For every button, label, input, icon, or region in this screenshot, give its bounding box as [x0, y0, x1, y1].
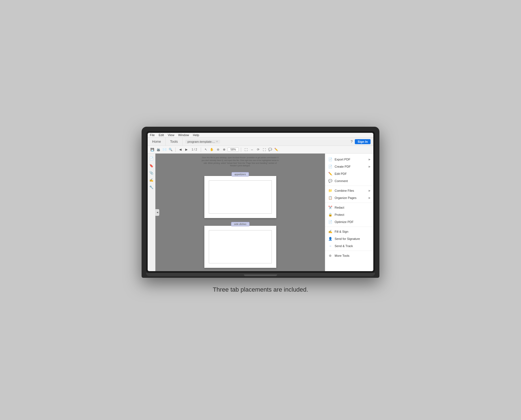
menu-window[interactable]: Window — [178, 133, 189, 137]
edit-pdf-label: Edit PDF — [335, 172, 371, 175]
tool-save-icon[interactable]: 💾 — [150, 147, 155, 152]
redact-icon: ✂️ — [328, 205, 332, 210]
tool-fit-page-icon[interactable]: ⛶ — [243, 147, 248, 152]
panel-redact[interactable]: ✂️ Redact — [325, 204, 373, 211]
toolbar-separator-1 — [175, 147, 176, 152]
toolbar-separator-2 — [201, 147, 201, 152]
protect-icon: 🔒 — [328, 212, 332, 217]
pdf-content-box-2 — [209, 230, 272, 263]
pdf-tab-appetizers: appetizers — [231, 172, 249, 177]
filename-tab[interactable]: program-template-... × — [185, 140, 220, 144]
create-pdf-arrow: ▶ — [369, 165, 371, 168]
send-signature-icon: 👤 — [328, 237, 332, 241]
tool-comment-icon[interactable]: 💬 — [268, 147, 273, 152]
combine-files-label: Combine Files — [335, 189, 366, 192]
send-track-icon: → — [328, 244, 332, 248]
help-icon[interactable]: ? — [351, 139, 353, 144]
panel-fill-sign[interactable]: ✍️ Fill & Sign — [325, 228, 373, 235]
combine-files-arrow: ▶ — [369, 189, 371, 192]
pdf-page-1: appetizers — [204, 176, 276, 218]
organize-pages-icon: 📋 — [328, 196, 332, 200]
zoom-input[interactable] — [228, 147, 239, 152]
more-tools-icon: ⊕ — [328, 253, 332, 258]
combine-files-icon: 📁 — [328, 188, 332, 193]
tool-search-icon[interactable]: 🔍 — [168, 147, 173, 152]
sidebar-tools-icon[interactable]: 🔧 — [149, 185, 154, 190]
tool-fullscreen-icon[interactable]: ⛶ — [262, 147, 267, 152]
pdf-instruction-text: Save this file to your desktop, open Acr… — [202, 156, 279, 167]
tool-prev-icon[interactable]: ◀ — [178, 147, 183, 152]
tool-fit-width-icon[interactable]: ↔ — [249, 147, 254, 152]
pdf-page-2: side dishes — [204, 226, 276, 268]
export-pdf-icon: 📄 — [328, 157, 332, 162]
menu-file[interactable]: File — [150, 133, 155, 137]
tool-zoom-out-icon[interactable]: ⊖ — [215, 147, 220, 152]
page-indicator: 1 / 2 — [190, 148, 199, 151]
sign-in-area: ? Sign In — [351, 139, 373, 144]
send-signature-label: Send for Signature — [335, 237, 371, 240]
sidebar-sign-icon[interactable]: ✍️ — [149, 177, 154, 183]
tool-email-icon[interactable]: ✉️ — [162, 147, 167, 152]
edit-pdf-icon: ✏️ — [328, 172, 332, 176]
optimize-pdf-icon: 📄 — [328, 220, 332, 224]
comment-icon: 💬 — [328, 179, 332, 183]
panel-send-track[interactable]: → Send & Track — [325, 242, 373, 250]
collapse-arrow[interactable]: ◀ — [155, 209, 159, 216]
pdf-content-box-1 — [209, 180, 272, 214]
more-tools-label: More Tools — [335, 254, 371, 257]
panel-combine-files[interactable]: 📁 Combine Files ▶ — [325, 187, 373, 194]
screen-bezel: File Edit View Window Help Home Tools pr… — [146, 131, 375, 273]
pdf-viewer[interactable]: ◀ Save this file to your desktop, open A… — [155, 154, 325, 271]
laptop-body: File Edit View Window Help Home Tools pr… — [142, 127, 379, 278]
toolbar: 💾 🖨️ ✉️ 🔍 ◀ ▶ 1 / 2 ↖ ✋ ⊖ ⊕ — [148, 146, 373, 154]
menu-edit[interactable]: Edit — [159, 133, 164, 137]
laptop-base — [146, 273, 375, 276]
panel-export-pdf[interactable]: 📄 Export PDF ▶ — [325, 156, 373, 163]
sidebar-page-icon[interactable]: 📄 — [149, 156, 154, 161]
panel-edit-pdf[interactable]: ✏️ Edit PDF — [325, 170, 373, 177]
organize-pages-label: Organize Pages — [335, 196, 366, 199]
toolbar-separator-3 — [241, 147, 241, 152]
right-panel: 📄 Export PDF ▶ 📄 Create PDF ▶ ✏️ Edit PD… — [325, 154, 373, 271]
panel-send-signature[interactable]: 👤 Send for Signature — [325, 235, 373, 242]
tab-tools[interactable]: Tools — [166, 138, 183, 146]
optimize-pdf-label: Optimize PDF — [335, 220, 371, 224]
sidebar-bookmark-icon[interactable]: 🔖 — [149, 163, 154, 168]
nav-bar: Home Tools program-template-... × ? Sign… — [148, 138, 373, 146]
tool-rotate-icon[interactable]: ⟳ — [256, 147, 260, 152]
panel-optimize-pdf[interactable]: 📄 Optimize PDF — [325, 218, 373, 225]
fill-sign-icon: ✍️ — [328, 229, 332, 234]
tool-draw-icon[interactable]: ✏️ — [274, 147, 279, 152]
pdf-tab-side-dishes: side dishes — [231, 222, 249, 226]
panel-divider-2 — [325, 203, 373, 203]
laptop-notch — [244, 274, 277, 276]
menu-bar: File Edit View Window Help — [148, 133, 373, 138]
tool-zoom-in-icon[interactable]: ⊕ — [222, 147, 226, 152]
panel-create-pdf[interactable]: 📄 Create PDF ▶ — [325, 163, 373, 170]
panel-organize-pages[interactable]: 📋 Organize Pages ▶ — [325, 194, 373, 201]
redact-label: Redact — [335, 206, 371, 209]
tool-print-icon[interactable]: 🖨️ — [156, 147, 161, 152]
export-pdf-arrow: ▶ — [369, 158, 371, 161]
left-sidebar: 📄 🔖 📎 ✍️ 🔧 — [148, 154, 155, 271]
caption-text: Three tab placements are included. — [213, 286, 308, 293]
protect-label: Protect — [335, 213, 371, 216]
tool-next-icon[interactable]: ▶ — [184, 147, 189, 152]
tool-hand-icon[interactable]: ✋ — [209, 147, 214, 152]
panel-divider-4 — [325, 251, 373, 251]
close-tab-icon[interactable]: × — [216, 140, 218, 143]
panel-protect[interactable]: 🔒 Protect — [325, 211, 373, 218]
tab-home[interactable]: Home — [148, 138, 166, 146]
sidebar-attach-icon[interactable]: 📎 — [149, 170, 154, 176]
menu-help[interactable]: Help — [193, 133, 199, 137]
panel-divider-3 — [325, 227, 373, 227]
nav-file-area: program-template-... × — [183, 138, 351, 146]
menu-view[interactable]: View — [168, 133, 174, 137]
panel-more-tools[interactable]: ⊕ More Tools — [325, 252, 373, 259]
panel-divider-1 — [325, 186, 373, 186]
panel-comment[interactable]: 💬 Comment — [325, 177, 373, 185]
sign-in-button[interactable]: Sign In — [355, 139, 371, 144]
screen: File Edit View Window Help Home Tools pr… — [148, 133, 373, 271]
main-area: 📄 🔖 📎 ✍️ 🔧 ◀ Save this file to your desk… — [148, 154, 373, 271]
tool-select-icon[interactable]: ↖ — [203, 147, 208, 152]
